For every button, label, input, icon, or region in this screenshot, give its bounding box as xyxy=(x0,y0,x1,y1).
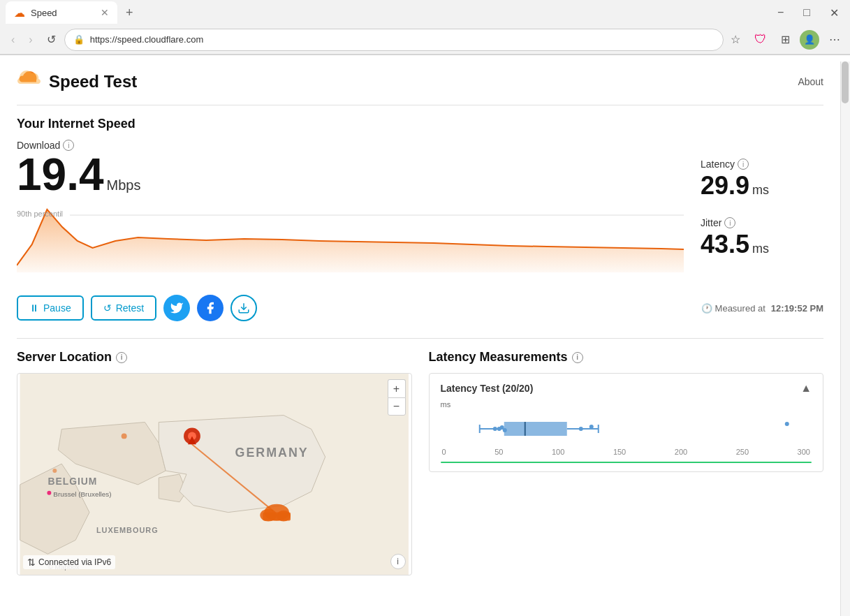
svg-point-29 xyxy=(502,428,506,432)
download-label: Download i xyxy=(17,140,684,151)
connected-icon: ⇅ xyxy=(27,557,36,568)
section-title: Your Internet Speed xyxy=(17,117,823,131)
svg-rect-20 xyxy=(504,422,566,436)
scrollbar-thumb[interactable] xyxy=(842,61,849,103)
download-share-button[interactable] xyxy=(230,295,257,321)
extensions-shield-icon[interactable]: 🛡 xyxy=(750,29,771,50)
url-display: https://speed.cloudflare.com xyxy=(90,34,715,45)
latency-measurements-header: Latency Measurements i xyxy=(429,350,824,365)
jitter-info-icon[interactable]: i xyxy=(724,217,735,228)
axis-100: 100 xyxy=(552,448,564,456)
axis-250: 250 xyxy=(736,448,749,456)
latency-value: 29.9 ms xyxy=(701,171,823,200)
axis-200: 200 xyxy=(675,448,687,456)
latency-info-icon[interactable]: i xyxy=(738,159,749,170)
clock-icon: 🕐 xyxy=(701,303,712,314)
download-unit: Mbps xyxy=(107,178,141,192)
jitter-section: Jitter i 43.5 ms xyxy=(701,217,823,259)
connected-label: ⇅ Connected via IPv6 xyxy=(23,555,115,569)
axis-300: 300 xyxy=(798,448,810,456)
divider xyxy=(17,338,823,339)
minimize-button[interactable]: − xyxy=(772,5,789,20)
server-location-header: Server Location i xyxy=(17,350,412,365)
site-title: Speed Test xyxy=(17,66,137,96)
svg-point-17 xyxy=(122,433,127,439)
download-section: Download i 19.4 Mbps 90th percentil xyxy=(17,140,684,278)
map-zoom-in-button[interactable]: + xyxy=(388,379,406,397)
speed-section: Your Internet Speed Download i 19.4 Mbps… xyxy=(17,117,823,278)
svg-point-8 xyxy=(47,491,51,495)
facebook-share-button[interactable] xyxy=(197,295,224,321)
latency-measurements-info-icon[interactable]: i xyxy=(572,352,583,363)
latency-chart-header: Latency Test (20/20) ▲ xyxy=(441,382,812,395)
svg-rect-15 xyxy=(263,513,291,521)
jitter-value: 43.5 ms xyxy=(701,230,823,259)
download-value: 19.4 Mbps xyxy=(17,152,684,197)
latency-chart-container: Latency Test (20/20) ▲ ms xyxy=(429,373,824,472)
latency-section: Latency i 29.9 ms xyxy=(701,159,823,200)
measured-at: 🕐 Measured at 12:19:52 PM xyxy=(701,303,823,314)
server-location-info-icon[interactable]: i xyxy=(116,352,127,363)
latency-chart-collapse-button[interactable]: ▲ xyxy=(800,382,812,395)
tab-icon: ☁ xyxy=(14,6,25,20)
browser-tab[interactable]: ☁ Speed ✕ xyxy=(6,1,117,24)
retest-button[interactable]: ↺ Retest xyxy=(91,295,156,321)
lock-icon: 🔒 xyxy=(73,34,85,45)
latency-chart-title: Latency Test (20/20) xyxy=(441,383,534,394)
chart-90th-label: 90th percentil xyxy=(17,210,63,218)
actions-bar: ⏸ Pause ↺ Retest xyxy=(17,289,823,327)
svg-text:BELGIUM: BELGIUM xyxy=(47,476,97,487)
pause-icon: ⏸ xyxy=(29,302,39,314)
map-container[interactable]: GERMANY BELGIUM LUXEMBOURG Brussel (Brux… xyxy=(17,373,412,575)
collections-icon[interactable]: ⊞ xyxy=(777,30,794,49)
page-title: Speed Test xyxy=(49,72,137,91)
site-header: Speed Test About xyxy=(17,66,823,105)
server-location-section: Server Location i xyxy=(17,350,412,575)
latency-green-line xyxy=(441,462,812,463)
svg-point-18 xyxy=(52,469,57,473)
svg-point-31 xyxy=(589,425,593,429)
bottom-sections: Server Location i xyxy=(17,350,823,575)
axis-50: 50 xyxy=(494,448,503,456)
svg-point-30 xyxy=(578,427,582,431)
forward-button[interactable]: › xyxy=(23,29,38,50)
latency-measurements-section: Latency Measurements i Latency Test (20/… xyxy=(429,350,824,575)
axis-0: 0 xyxy=(442,448,446,456)
maximize-button[interactable]: □ xyxy=(798,5,816,20)
svg-point-26 xyxy=(492,427,497,431)
tab-close-btn[interactable]: ✕ xyxy=(101,7,109,18)
about-link[interactable]: About xyxy=(798,76,823,87)
right-metrics: Latency i 29.9 ms Jitter i 43.5 xyxy=(684,140,823,278)
action-buttons: ⏸ Pause ↺ Retest xyxy=(17,295,257,321)
profile-icon[interactable]: 👤 xyxy=(800,30,819,50)
favorites-icon[interactable]: ☆ xyxy=(726,30,745,49)
axis-150: 150 xyxy=(613,448,626,456)
close-button[interactable]: ✕ xyxy=(824,5,844,21)
menu-button[interactable]: ⋯ xyxy=(825,30,844,49)
tab-title: Speed xyxy=(31,8,57,18)
download-chart: 90th percentil xyxy=(17,203,684,272)
scrollbar[interactable] xyxy=(840,61,850,616)
retest-icon: ↺ xyxy=(103,302,112,314)
map-zoom-out-button[interactable]: − xyxy=(388,397,406,416)
svg-point-32 xyxy=(784,422,789,426)
map-info-button[interactable]: i xyxy=(390,554,406,569)
address-bar[interactable]: 🔒 https://speed.cloudflare.com xyxy=(64,29,724,51)
svg-text:GERMANY: GERMANY xyxy=(235,446,309,460)
map-zoom-controls[interactable]: + − xyxy=(388,379,406,416)
latency-chart-body: ms xyxy=(441,400,812,463)
twitter-share-button[interactable] xyxy=(163,295,190,321)
pause-button[interactable]: ⏸ Pause xyxy=(17,295,84,321)
latency-axis-label: ms xyxy=(441,400,812,409)
new-tab-button[interactable]: + xyxy=(120,3,139,23)
svg-text:Brussel (Bruxelles): Brussel (Bruxelles) xyxy=(53,490,111,498)
svg-text:LUXEMBOURG: LUXEMBOURG xyxy=(96,526,159,534)
cloudflare-logo xyxy=(17,66,42,96)
refresh-button[interactable]: ↺ xyxy=(41,29,61,50)
back-button[interactable]: ‹ xyxy=(6,29,20,50)
